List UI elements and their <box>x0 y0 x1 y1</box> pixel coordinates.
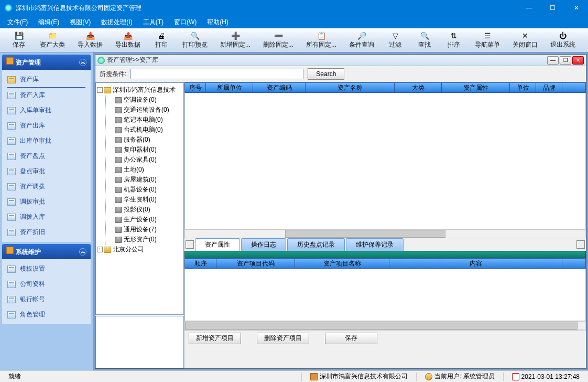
nav-item[interactable]: 资产入库 <box>2 88 91 103</box>
nav-item[interactable]: 调拨审批 <box>2 194 91 209</box>
column-header[interactable]: 单位 <box>510 83 536 92</box>
column-header[interactable]: 资产编码 <box>253 83 306 92</box>
nav-item[interactable]: 资产出库 <box>2 118 91 133</box>
tree-node[interactable]: 空调设备(0) <box>108 95 182 105</box>
maximize-button[interactable]: ☐ <box>541 0 564 16</box>
action-button[interactable]: 删除资产项目 <box>257 333 309 344</box>
close-button[interactable]: ✕ <box>564 0 588 16</box>
toolbar-打印[interactable]: 🖨打印 <box>147 30 176 49</box>
menu-item[interactable]: 工具(T) <box>138 17 169 28</box>
tab[interactable]: 维护保养记录 <box>346 238 404 251</box>
toolbar-排序[interactable]: ⇅排序 <box>439 30 469 49</box>
column-header[interactable]: 资产名称 <box>306 83 395 92</box>
db-icon <box>115 197 122 203</box>
tree-node[interactable]: 台式机电脑(0) <box>108 125 182 135</box>
db-icon <box>115 137 122 143</box>
menu-item[interactable]: 文件(F) <box>2 17 33 28</box>
nav-item[interactable]: 资产折旧 <box>2 225 91 240</box>
nav-item[interactable]: 资产盘点 <box>2 148 91 164</box>
tree-sibling[interactable]: +北京分公司 <box>97 245 182 254</box>
panel-header[interactable]: 系统维护︽ <box>2 244 91 259</box>
nav-item[interactable]: 资产库 <box>7 72 85 88</box>
toolbar-打印预览[interactable]: 🔍打印预览 <box>176 30 214 49</box>
grid-body[interactable] <box>184 93 586 229</box>
toolbar-icon: ⇅ <box>450 31 458 40</box>
tree-node[interactable]: 土地(0) <box>108 165 182 175</box>
detail-hscroll[interactable] <box>184 321 586 330</box>
toolbar-导出数据[interactable]: 📤导出数据 <box>109 30 147 49</box>
sub-close-button[interactable]: ✕ <box>572 56 584 65</box>
toolbar-删除固定...[interactable]: ➖删除固定... <box>257 30 300 49</box>
toolbar-查找[interactable]: 🔍查找 <box>410 30 439 49</box>
action-button[interactable]: 新增资产项目 <box>189 333 241 344</box>
toolbar-关闭窗口[interactable]: ✕关闭窗口 <box>506 30 544 49</box>
column-header[interactable]: 所属单位 <box>206 83 253 92</box>
tree-node[interactable]: 房屋建筑(0) <box>108 175 182 185</box>
search-button[interactable]: Search <box>308 68 344 80</box>
detail-grid-body[interactable] <box>184 269 586 321</box>
toolbar-退出系统[interactable]: ⏻退出系统 <box>544 30 582 49</box>
toolbar-新增固定...[interactable]: ➕新增固定... <box>214 30 257 49</box>
tab[interactable]: 操作日志 <box>241 238 286 251</box>
detail-column-header[interactable]: 顺序 <box>185 259 216 268</box>
tree-node[interactable]: 学生资料(0) <box>108 195 182 205</box>
nav-item[interactable]: 调拨入库 <box>2 209 91 225</box>
menu-item[interactable]: 帮助(H) <box>202 17 234 28</box>
toolbar-资产大类[interactable]: 📁资产大类 <box>34 30 71 49</box>
detail-column-header[interactable]: 内容 <box>389 259 562 268</box>
toolbar-条件查询[interactable]: 🔎条件查询 <box>343 30 380 49</box>
tree-node[interactable]: 投影仪(0) <box>108 205 182 215</box>
tree-node[interactable]: 生产设备(0) <box>108 215 182 225</box>
nav-item[interactable]: 入库单审批 <box>2 103 91 118</box>
tree-root[interactable]: −深圳市鸿富兴信息技术 <box>97 85 182 95</box>
sub-restore-button[interactable]: ❐ <box>560 56 571 65</box>
nav-item[interactable]: 公司资料 <box>2 277 91 292</box>
tab[interactable]: 历史盘点记录 <box>287 238 345 251</box>
status-company: 深圳市鸿富兴信息技术有限公司 <box>320 372 408 381</box>
toolbar-过滤[interactable]: ▽过滤 <box>380 30 410 49</box>
nav-item[interactable]: 模板设置 <box>2 261 91 277</box>
nav-item[interactable]: 银行帐号 <box>2 292 91 307</box>
tab[interactable]: 资产属性 <box>195 238 240 251</box>
category-tree[interactable]: −深圳市鸿富兴信息技术空调设备(0)交通运输设备(0)笔记本电脑(0)台式机电脑… <box>95 82 184 315</box>
column-header[interactable]: 大类 <box>395 83 442 92</box>
collapse-icon[interactable]: ︽ <box>79 59 86 66</box>
nav-item[interactable]: 资产调拨 <box>2 179 91 194</box>
tree-node[interactable]: 办公家具(0) <box>108 155 182 165</box>
toolbar-导航菜单[interactable]: ☰导航菜单 <box>469 30 506 49</box>
tree-node[interactable]: 交通运输设备(0) <box>108 105 182 115</box>
tree-node[interactable]: 通用设备(7) <box>108 225 182 235</box>
column-header[interactable]: 资产属性 <box>442 83 510 92</box>
toolbar-导入数据[interactable]: 📥导入数据 <box>71 30 109 49</box>
tree-node[interactable]: 复印器材(0) <box>108 145 182 155</box>
tree-node[interactable]: 服务器(0) <box>108 135 182 145</box>
toolbar-所有固定...[interactable]: 📋所有固定... <box>300 30 343 49</box>
expand-toggle[interactable]: + <box>97 247 103 252</box>
column-header[interactable]: 序号 <box>185 83 206 92</box>
toolbar-保存[interactable]: 💾保存 <box>4 30 34 49</box>
collapse-toggle[interactable]: − <box>97 87 103 93</box>
detail-column-header[interactable]: 资产项目代码 <box>216 259 295 268</box>
search-input[interactable] <box>130 69 303 79</box>
nav-item[interactable]: 盘点审批 <box>2 164 91 179</box>
menu-item[interactable]: 编辑(E) <box>33 17 64 28</box>
panel-header[interactable]: 资产管理︽ <box>2 55 91 70</box>
menu-item[interactable]: 视图(V) <box>64 17 96 28</box>
org-icon <box>310 373 318 380</box>
column-header[interactable]: 品牌 <box>536 83 562 92</box>
detail-column-header[interactable]: 资产项目名称 <box>295 259 389 268</box>
nav-item[interactable]: 出库单审批 <box>2 133 91 148</box>
action-button[interactable]: 保存 <box>325 333 377 344</box>
tree-node[interactable]: 无形资产(0) <box>108 235 182 245</box>
user-icon <box>425 373 432 380</box>
sub-minimize-button[interactable]: — <box>547 56 559 65</box>
nav-item[interactable]: 角色管理 <box>2 307 91 322</box>
menu-item[interactable]: 数据处理(I) <box>96 17 137 28</box>
tree-node[interactable]: 机器设备(0) <box>108 185 182 195</box>
collapse-icon[interactable]: ︽ <box>79 248 86 256</box>
menu-item[interactable]: 窗口(W) <box>169 17 202 28</box>
breadcrumb: 资产管理>>资产库 <box>107 56 547 65</box>
grid-hscroll[interactable] <box>184 229 586 238</box>
minimize-button[interactable]: — <box>517 0 541 16</box>
tree-node[interactable]: 笔记本电脑(0) <box>108 115 182 125</box>
